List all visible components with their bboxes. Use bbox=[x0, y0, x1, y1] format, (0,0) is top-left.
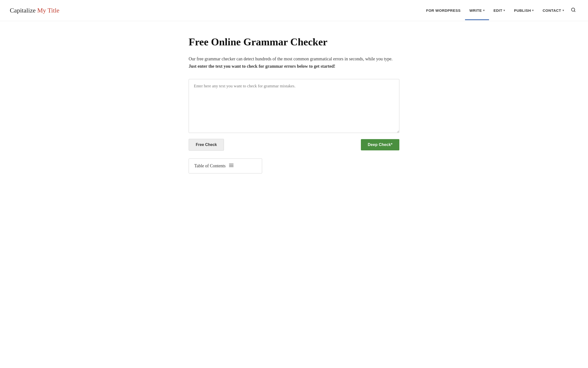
main-nav: FOR WORDPRESS WRITE ▾ EDIT ▾ PUBLISH ▾ C… bbox=[422, 4, 578, 16]
description-plain: Our free grammar checker can detect hund… bbox=[189, 56, 392, 61]
free-check-button[interactable]: Free Check bbox=[189, 139, 224, 151]
nav-item-contact[interactable]: CONTACT ▾ bbox=[538, 5, 568, 15]
search-icon[interactable] bbox=[568, 4, 578, 16]
toc-icon bbox=[229, 163, 234, 169]
table-of-contents-box[interactable]: Table of Contents bbox=[189, 158, 262, 173]
nav-item-edit[interactable]: EDIT ▾ bbox=[489, 5, 510, 15]
site-logo[interactable]: Capitalize My Title bbox=[10, 7, 59, 14]
description-bold: Just enter the text you want to check fo… bbox=[189, 64, 335, 69]
grammar-input[interactable] bbox=[189, 79, 399, 133]
nav-item-write[interactable]: WRITE ▾ bbox=[465, 5, 489, 15]
action-buttons-row: Free Check Deep Check* bbox=[189, 139, 399, 151]
deep-check-button[interactable]: Deep Check* bbox=[361, 139, 399, 150]
logo-highlight-text: My Title bbox=[37, 7, 59, 14]
site-header: Capitalize My Title FOR WORDPRESS WRITE … bbox=[0, 0, 588, 21]
chevron-down-icon: ▾ bbox=[503, 9, 505, 12]
nav-item-publish[interactable]: PUBLISH ▾ bbox=[510, 5, 538, 15]
main-content: Free Online Grammar Checker Our free gra… bbox=[179, 21, 409, 188]
page-title: Free Online Grammar Checker bbox=[189, 36, 399, 48]
chevron-down-icon: ▾ bbox=[563, 9, 564, 12]
chevron-down-icon: ▾ bbox=[483, 9, 485, 12]
svg-line-1 bbox=[574, 11, 575, 12]
toc-label: Table of Contents bbox=[194, 163, 226, 169]
nav-item-wordpress[interactable]: FOR WORDPRESS bbox=[422, 5, 465, 15]
chevron-down-icon: ▾ bbox=[532, 9, 534, 12]
description-text: Our free grammar checker can detect hund… bbox=[189, 55, 399, 70]
logo-text: Capitalize bbox=[10, 7, 37, 14]
